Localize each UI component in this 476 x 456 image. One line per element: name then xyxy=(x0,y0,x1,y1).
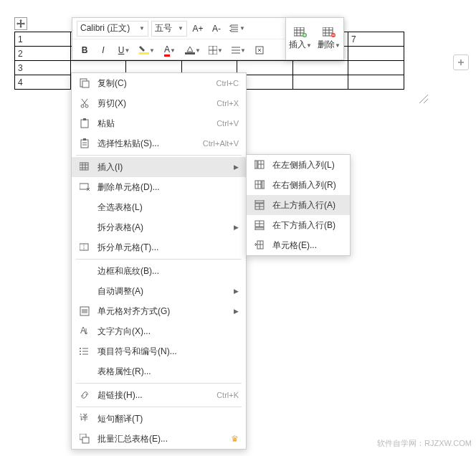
table-resize-handle[interactable] xyxy=(419,95,428,103)
submenu-insert-cells[interactable]: 单元格(E)... xyxy=(247,235,350,255)
submenu-arrow-icon: ▶ xyxy=(234,163,239,171)
font-size-select[interactable]: 五号▼ xyxy=(151,21,187,37)
bullets-icon xyxy=(79,346,90,357)
delete-cells-icon xyxy=(79,181,90,193)
shortcut: Ctrl+X xyxy=(216,99,239,108)
menu-borders-shading[interactable]: 边框和底纹(B)... xyxy=(72,261,246,281)
table-insert-button[interactable]: 插入▼ xyxy=(286,18,315,60)
shortcut: Ctrl+Alt+V xyxy=(203,139,239,148)
submenu-arrow-icon: ▶ xyxy=(234,308,239,315)
menu-text-direction[interactable]: A文字方向(X)... xyxy=(72,321,246,341)
svg-rect-16 xyxy=(80,163,88,170)
table-insert-icon xyxy=(79,161,90,173)
table-insert-icon xyxy=(294,27,307,37)
menu-cut[interactable]: 剪切(X)Ctrl+X xyxy=(72,93,246,113)
submenu-insert-row-below[interactable]: 在下方插入行(B) xyxy=(247,215,350,235)
cell[interactable]: 1 xyxy=(15,32,71,47)
menu-label: 删除单元格(D)... xyxy=(97,181,239,194)
chevron-down-icon: ▼ xyxy=(139,25,145,32)
menu-table-properties[interactable]: 表格属性(R)... xyxy=(72,361,246,381)
menu-bullets-numbering[interactable]: 项目符号和编号(N)... xyxy=(72,341,246,361)
font-name-select[interactable]: Calibri (正文)▼ xyxy=(77,21,148,37)
svg-rect-1 xyxy=(185,52,195,54)
menu-batch-summary[interactable]: 批量汇总表格(E)...♛ xyxy=(72,429,246,449)
svg-point-21 xyxy=(80,348,81,349)
svg-rect-9 xyxy=(82,81,89,87)
font-color-button[interactable]: A▼ xyxy=(160,42,180,58)
menu-paste[interactable]: 粘贴Ctrl+V xyxy=(72,113,246,133)
menu-copy[interactable]: 复制(C)Ctrl+C xyxy=(72,73,246,93)
menu-label: 选择性粘贴(S)... xyxy=(97,138,196,150)
add-column-button[interactable] xyxy=(453,54,469,70)
table-delete-button[interactable]: 删除▼ xyxy=(315,18,343,60)
menu-cell-align[interactable]: 单元格对齐方式(G)▶ xyxy=(72,301,246,321)
link-icon xyxy=(79,389,90,401)
submenu-insert-col-right[interactable]: 在右侧插入列(R) xyxy=(247,175,350,195)
submenu-insert-col-left[interactable]: 在左侧插入列(L) xyxy=(247,155,350,175)
table-delete-icon xyxy=(323,27,335,37)
svg-rect-15 xyxy=(83,138,86,141)
decrease-font-button[interactable]: A- xyxy=(209,21,224,37)
line-spacing-button[interactable]: ▼ xyxy=(227,21,247,37)
menu-translate[interactable]: 译短句翻译(T) xyxy=(72,409,246,429)
submenu-label: 在右侧插入列(R) xyxy=(272,179,343,191)
watermark: 软件自学网：RJZXW.COM xyxy=(377,438,472,449)
menu-paste-special[interactable]: 选择性粘贴(S)...Ctrl+Alt+V xyxy=(72,133,246,153)
plus-icon xyxy=(457,58,465,67)
menu-label: 拆分单元格(T)... xyxy=(97,242,239,254)
cell[interactable]: 7 xyxy=(348,32,404,47)
submenu-label: 在上方插入行(A) xyxy=(272,199,343,212)
submenu-label: 单元格(E)... xyxy=(272,239,343,252)
underline-button[interactable]: U▼ xyxy=(114,42,134,58)
menu-label: 文字方向(X)... xyxy=(97,326,239,338)
increase-font-button[interactable]: A+ xyxy=(190,21,206,37)
menu-select-table[interactable]: 全选表格(L) xyxy=(72,197,246,217)
menu-split-cells[interactable]: 拆分单元格(T)... xyxy=(72,237,246,257)
svg-rect-13 xyxy=(83,118,86,120)
split-cells-icon xyxy=(79,242,90,253)
border-button[interactable]: ▼ xyxy=(206,42,226,58)
font-size-value: 五号 xyxy=(155,22,172,34)
submenu-label: 在下方插入行(B) xyxy=(272,219,343,232)
svg-point-23 xyxy=(80,353,81,355)
italic-button[interactable]: I xyxy=(95,42,111,58)
table-move-handle[interactable] xyxy=(14,17,27,30)
translate-icon: 译 xyxy=(79,413,90,424)
menu-label: 自动调整(A) xyxy=(97,285,227,298)
menu-hyperlink[interactable]: 超链接(H)...Ctrl+K xyxy=(72,385,246,405)
svg-point-22 xyxy=(80,351,81,352)
menu-split-table[interactable]: 拆分表格(A)▶ xyxy=(72,217,246,237)
text-direction-icon: A xyxy=(79,326,90,337)
menu-label: 复制(C) xyxy=(97,77,209,90)
submenu-label: 在左侧插入列(L) xyxy=(272,159,343,171)
separator xyxy=(76,155,242,156)
insert-row-below-icon xyxy=(254,219,265,231)
menu-insert[interactable]: 插入(I)▶ xyxy=(72,157,246,177)
submenu-insert-row-above[interactable]: 在上方插入行(A) xyxy=(247,195,350,215)
menu-label: 批量汇总表格(E)... xyxy=(97,433,224,445)
svg-rect-26 xyxy=(82,437,89,443)
align-button[interactable]: ▼ xyxy=(229,42,249,58)
insert-label: 插入 xyxy=(289,39,306,49)
batch-table-icon xyxy=(79,433,90,445)
menu-delete-cells[interactable]: 删除单元格(D)... xyxy=(72,177,246,197)
copy-icon xyxy=(79,77,90,89)
cell[interactable]: 3 xyxy=(15,61,71,75)
svg-rect-32 xyxy=(255,200,264,203)
bold-button[interactable]: B xyxy=(77,42,92,58)
separator xyxy=(76,383,242,384)
shading-button[interactable]: ▼ xyxy=(183,42,203,58)
svg-rect-28 xyxy=(254,161,257,168)
insert-col-left-icon xyxy=(254,159,265,171)
cell[interactable]: 4 xyxy=(15,75,71,90)
highlight-button[interactable]: ▼ xyxy=(137,42,157,58)
separator xyxy=(76,259,242,260)
shortcut: Ctrl+K xyxy=(216,391,239,399)
svg-point-11 xyxy=(85,105,88,108)
menu-label: 边框和底纹(B)... xyxy=(97,265,239,277)
cell[interactable]: 2 xyxy=(15,47,71,61)
menu-autofit[interactable]: 自动调整(A)▶ xyxy=(72,281,246,301)
paste-icon xyxy=(79,118,90,129)
merge-button[interactable] xyxy=(252,42,267,58)
menu-label: 表格属性(R)... xyxy=(97,366,239,378)
